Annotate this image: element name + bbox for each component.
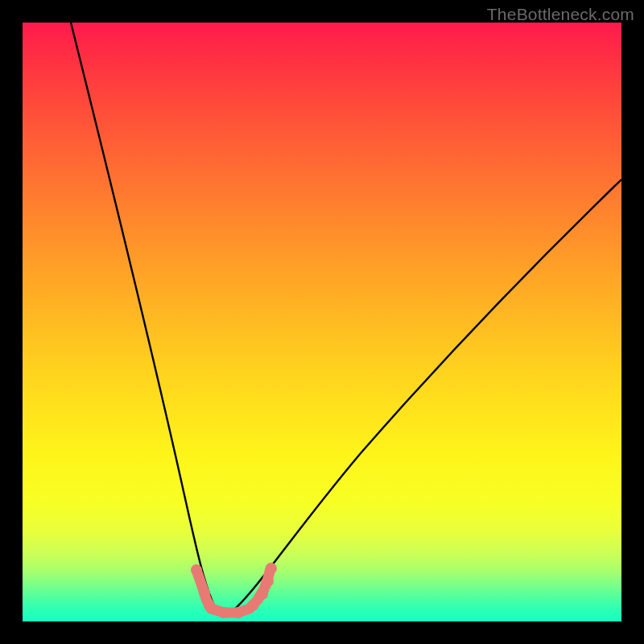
svg-point-4 — [233, 607, 244, 618]
svg-point-0 — [191, 564, 202, 576]
svg-point-2 — [204, 600, 215, 611]
svg-point-7 — [262, 576, 274, 587]
plot-area — [23, 23, 621, 621]
primary-curve — [71, 23, 621, 613]
svg-point-6 — [257, 588, 268, 600]
chart-frame: TheBottleneck.com — [0, 0, 644, 644]
svg-point-8 — [266, 563, 277, 574]
watermark-text: TheBottleneck.com — [487, 5, 634, 24]
marker-dots — [191, 563, 277, 618]
svg-point-5 — [247, 600, 258, 611]
curve-layer — [23, 23, 621, 621]
svg-point-1 — [199, 587, 210, 598]
svg-point-3 — [218, 607, 229, 618]
